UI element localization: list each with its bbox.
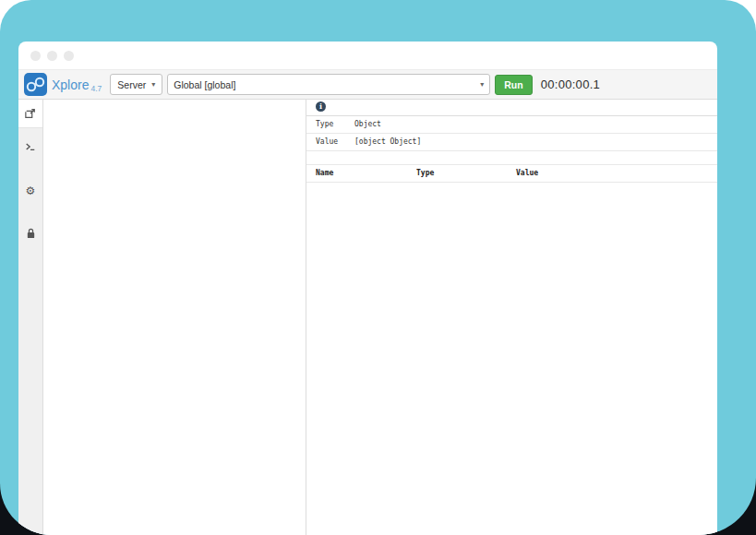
settings-gear-icon[interactable]: ⚙: [26, 185, 36, 196]
app-version: 4.7: [90, 84, 102, 93]
col-header-type: Type: [416, 169, 516, 178]
col-header-name: Name: [316, 169, 416, 178]
inner-window-dots: [18, 42, 717, 69]
main-split: ⚙ i Type Object Value: [18, 100, 717, 535]
result-type-row: Type Object: [306, 116, 717, 134]
rail-tab-active[interactable]: [18, 100, 42, 128]
result-type-label: Type: [316, 120, 354, 129]
execution-timer: 00:00:00.1: [541, 77, 600, 91]
scope-value: Global [global]: [174, 79, 235, 90]
output-tabbar: i: [306, 100, 717, 116]
scope-combobox[interactable]: Global [global] ▾: [167, 74, 490, 95]
result-value-label: Value: [316, 137, 354, 147]
terminal-icon[interactable]: [25, 139, 36, 156]
result-value-value: [object Object]: [354, 137, 710, 147]
result-value-row: Value [object Object]: [306, 134, 717, 151]
col-header-value: Value: [516, 169, 710, 178]
server-dropdown[interactable]: Server ▾: [110, 74, 162, 95]
window-dot: [30, 51, 41, 61]
results-table-header: Name Type Value: [306, 165, 717, 183]
window-dot: [64, 51, 74, 61]
run-button[interactable]: Run: [495, 75, 532, 95]
xplore-logo-icon: [24, 73, 47, 96]
server-dropdown-label: Server: [117, 79, 146, 90]
window-dot: [47, 51, 57, 61]
maximize-window-button[interactable]: [50, 11, 60, 21]
toolbar: Xplore 4.7 Server ▾ Global [global] ▾ Ru…: [18, 69, 717, 100]
window-traffic-lights: [15, 11, 60, 21]
result-type-value: Object: [354, 120, 710, 129]
chevron-down-icon: ▾: [480, 81, 484, 89]
output-panel: i Type Object Value [object Object] Name…: [306, 100, 717, 535]
browser-mockup-frame: Xplore 4.7 Server ▾ Global [global] ▾ Ru…: [0, 0, 756, 535]
info-icon[interactable]: i: [316, 101, 326, 112]
app-title: Xplore 4.7: [52, 77, 102, 92]
close-window-button[interactable]: [15, 11, 25, 21]
minimize-window-button[interactable]: [32, 11, 42, 21]
app-window: Xplore 4.7 Server ▾ Global [global] ▾ Ru…: [18, 42, 717, 535]
chevron-down-icon: ▾: [151, 81, 155, 89]
code-editor[interactable]: [43, 100, 306, 535]
app-name: Xplore: [52, 77, 89, 92]
type-filter-bar: [306, 151, 717, 165]
open-in-new-icon[interactable]: [25, 108, 36, 119]
lock-icon[interactable]: [26, 226, 36, 243]
icon-rail: ⚙: [18, 100, 43, 535]
